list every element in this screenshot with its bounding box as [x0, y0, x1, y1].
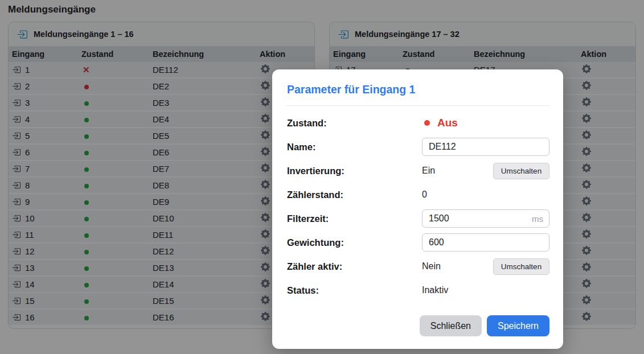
zaehler-aktiv-umschalten-button[interactable]: Umschalten [493, 258, 549, 275]
field-label: Zählerstand: [286, 190, 422, 200]
field-name: Name: [286, 138, 549, 156]
status-value: Inaktiv [422, 285, 549, 295]
filterzeit-input[interactable] [422, 209, 549, 228]
modal-footer: Schließen Speichern [286, 315, 549, 336]
invertierung-value: Ein [422, 166, 435, 176]
field-label: Filterzeit: [286, 213, 422, 224]
save-button[interactable]: Speichern [487, 315, 549, 336]
field-label: Invertierung: [286, 166, 422, 176]
gewichtung-input[interactable] [422, 233, 549, 252]
field-invertierung: Invertierung: Ein Umschalten [286, 162, 549, 180]
field-label: Gewichtung: [286, 237, 422, 248]
field-gewichtung: Gewichtung: [286, 233, 549, 252]
field-zaehlerstand: Zählerstand: 0 [286, 186, 549, 204]
zaehlerstand-value: 0 [422, 190, 549, 200]
field-label: Zustand: [286, 118, 422, 129]
field-status: Status: Inaktiv [286, 281, 549, 299]
invertierung-umschalten-button[interactable]: Umschalten [493, 163, 549, 179]
name-input[interactable] [422, 138, 549, 156]
field-label: Status: [286, 285, 422, 296]
zustand-value: Aus [437, 117, 458, 129]
zaehler-aktiv-value: Nein [422, 261, 441, 271]
modal-title: Parameter für Eingang 1 [287, 83, 549, 96]
field-label: Zähler aktiv: [286, 261, 422, 272]
state-dot-icon [424, 120, 430, 126]
field-label: Name: [286, 142, 422, 153]
close-button[interactable]: Schließen [420, 315, 482, 336]
parameter-dialog: Parameter für Eingang 1 Zustand: Aus Nam… [272, 69, 563, 349]
divider [286, 105, 549, 106]
field-filterzeit: Filterzeit: ms [286, 209, 549, 228]
field-zaehler-aktiv: Zähler aktiv: Nein Umschalten [286, 257, 549, 275]
field-zustand: Zustand: Aus [286, 114, 549, 132]
